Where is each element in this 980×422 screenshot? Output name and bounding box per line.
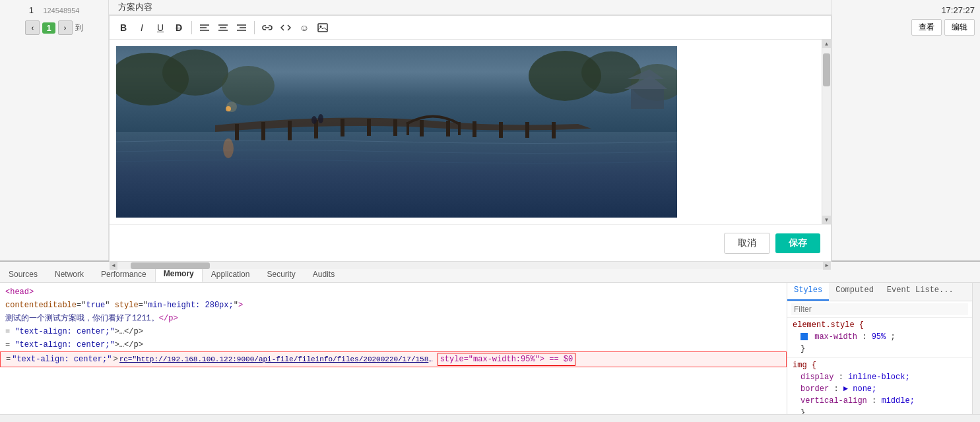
hscroll-thumb[interactable] (131, 262, 210, 269)
code-line-5: = "text-align: center;">…</p> (0, 338, 787, 351)
filter-bar (787, 301, 972, 318)
emoji-button[interactable]: ☺ (296, 19, 313, 36)
nav-goto-label: 到 (75, 22, 83, 34)
styles-tab-event[interactable]: Event Liste... (880, 283, 960, 301)
svg-rect-23 (261, 122, 265, 140)
link-button[interactable] (259, 19, 276, 36)
img-prop-display: display : inline-block; (793, 371, 967, 383)
timestamp: 17:27:27 (941, 5, 975, 15)
prop-checkbox[interactable] (800, 333, 808, 340)
svg-rect-34 (552, 122, 556, 138)
svg-rect-36 (458, 122, 461, 135)
svg-rect-32 (499, 122, 503, 138)
strikethrough-button[interactable]: D (170, 19, 187, 36)
save-button[interactable]: 保存 (775, 233, 820, 253)
svg-rect-29 (420, 120, 424, 136)
devtools-body: <head> contenteditable="true" style="min… (0, 283, 980, 414)
img-rule-block: img { display : inline-block; border : ►… (787, 358, 972, 414)
img-prop-valign: vertical-align : middle; (793, 395, 967, 407)
underline-button[interactable]: U (152, 19, 169, 36)
svg-rect-28 (393, 119, 397, 136)
svg-rect-24 (288, 121, 292, 140)
url-link[interactable]: rc="http://192.168.100.122:9000/api-file… (119, 353, 436, 365)
svg-rect-33 (525, 122, 529, 138)
tab-network[interactable]: Network (46, 266, 92, 282)
right-panel: 17:27:27 查看 编辑 (832, 0, 980, 260)
code-line-2: contenteditable="true" style="min-height… (0, 299, 787, 312)
element-style-prop-maxwidth: max-width : 95% ; (793, 331, 967, 343)
editor-scroll-area[interactable] (110, 40, 822, 224)
svg-rect-22 (235, 124, 239, 140)
left-sidebar: 1 124548954 ‹ 1 › 到 (0, 0, 109, 260)
nav-row: ‹ 1 › 到 (25, 20, 82, 35)
devtools-right-scroll[interactable] (972, 283, 980, 414)
nav-prev-button[interactable]: ‹ (25, 20, 40, 35)
edit-button[interactable]: 编辑 (944, 19, 975, 36)
code-line-3: 测试的一个测试方案哦，你们看好了1211。</p> (0, 312, 787, 325)
svg-point-40 (226, 102, 237, 112)
img-selector: img { (793, 361, 967, 370)
italic-button[interactable]: I (133, 19, 150, 36)
row-number: 1 124548954 (29, 5, 80, 15)
align-right-button[interactable] (233, 19, 250, 36)
styles-tab-styles[interactable]: Styles (787, 283, 829, 301)
toolbar-sep-2 (254, 21, 255, 34)
svg-point-41 (223, 138, 234, 158)
right-btn-row: 查看 编辑 (911, 19, 975, 36)
hscroll-left-arrow[interactable]: ◄ (110, 262, 117, 270)
styles-panel: Styles Computed Event Liste... element.s… (787, 283, 972, 414)
editor-content: ▲ ▼ (110, 40, 831, 224)
svg-rect-27 (367, 119, 371, 136)
view-button[interactable]: 查看 (911, 19, 942, 36)
image-button[interactable] (314, 19, 331, 36)
svg-rect-26 (341, 119, 344, 136)
cancel-button[interactable]: 取消 (724, 233, 770, 254)
editor-vscroll[interactable]: ▲ ▼ (822, 40, 831, 224)
code-button[interactable] (277, 19, 294, 36)
code-line-4: = "text-align: center;">…</p> (0, 325, 787, 338)
vscroll-track (822, 48, 831, 216)
action-row: 取消 保存 (110, 224, 831, 261)
element-style-close: } (793, 343, 967, 355)
nav-next-button[interactable]: › (58, 20, 73, 35)
element-style-selector: element.style { (793, 320, 967, 330)
svg-point-14 (162, 49, 228, 96)
styles-tab-computed[interactable]: Computed (829, 283, 880, 301)
editor-toolbar: B I U D (110, 16, 831, 40)
svg-rect-35 (407, 122, 409, 135)
code-panel[interactable]: <head> contenteditable="true" style="min… (0, 283, 787, 414)
svg-rect-9 (318, 24, 327, 32)
hscroll-right-arrow[interactable]: ► (823, 262, 831, 270)
tab-sources[interactable]: Sources (0, 266, 46, 282)
col-label: 方案内容 (114, 0, 156, 15)
vscroll-up-arrow[interactable]: ▲ (822, 40, 831, 48)
toolbar-sep-1 (191, 21, 192, 34)
align-left-button[interactable] (196, 19, 213, 36)
editor-hscroll[interactable]: ◄ ► (110, 261, 831, 269)
lake-scene (116, 46, 677, 218)
editor-wrapper: 方案内容 B I U D (109, 0, 832, 260)
svg-point-38 (318, 114, 323, 123)
svg-point-37 (311, 116, 317, 124)
page-badge: 1 (42, 22, 55, 34)
code-line-1: <head> (0, 286, 787, 299)
highlighted-style: style="max-width:95%"> == $0 (438, 353, 576, 366)
img-prop-border: border : ► none; (793, 383, 967, 395)
filter-input[interactable] (791, 303, 968, 315)
hscroll-track (117, 262, 823, 269)
editor-image (116, 46, 677, 218)
element-style-block: element.style { max-width : 95% ; } (787, 318, 972, 358)
svg-rect-30 (446, 121, 450, 136)
align-center-button[interactable] (214, 19, 232, 36)
styles-panel-tabs: Styles Computed Event Liste... (787, 283, 972, 301)
svg-rect-19 (631, 86, 664, 109)
code-line-6[interactable]: = "text-align: center;"> rc="http://192.… (0, 351, 787, 367)
vscroll-down-arrow[interactable]: ▼ (822, 216, 831, 224)
devtools-bottom-scroll[interactable] (0, 414, 980, 422)
editor-top: B I U D (109, 15, 832, 270)
bold-button[interactable]: B (115, 19, 132, 36)
svg-rect-12 (116, 132, 677, 218)
vscroll-thumb[interactable] (823, 53, 830, 86)
devtools: Sources Network Performance Memory Appli… (0, 260, 980, 422)
img-rule-close: } (793, 407, 967, 414)
